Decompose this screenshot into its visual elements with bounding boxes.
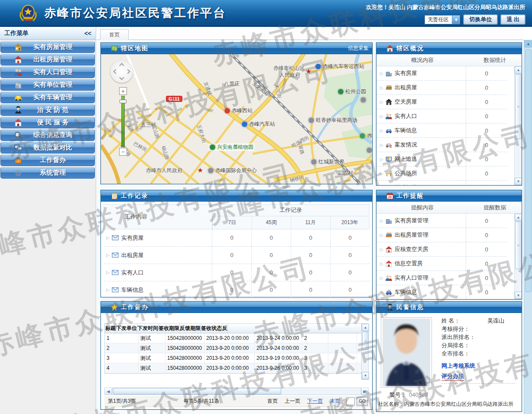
region-select[interactable]: 无责任区 ▼	[425, 15, 460, 24]
map-label[interactable]: 工农村	[337, 170, 353, 177]
record-row[interactable]: 车辆信息 0 0 0 0	[104, 281, 370, 299]
map-label[interactable]: 赤峰市松山区	[273, 65, 305, 72]
pan-up-icon[interactable]	[119, 63, 124, 68]
expand-arrow-icon[interactable]	[380, 261, 383, 266]
map-label[interactable]: 赤峰国际会展中心	[208, 167, 257, 174]
map-label[interactable]: 旺香婷幸福里商场	[308, 117, 357, 124]
expand-arrow-icon[interactable]	[380, 247, 383, 252]
map-label[interactable]: 人民政府	[279, 72, 300, 79]
overview-row[interactable]: 公共场所 0	[376, 166, 507, 181]
sidebar-menu-item[interactable]: 综合信息查询	[0, 129, 95, 141]
map-label[interactable]: 赤峰	[359, 132, 372, 140]
overview-row[interactable]: 空关房屋 0	[376, 95, 507, 109]
scrollbar-thumb[interactable]	[362, 332, 369, 350]
remind-row[interactable]: 实有人口管理 0	[376, 271, 507, 285]
expand-arrow-icon[interactable]	[106, 235, 110, 240]
scroll-up-icon[interactable]: ▲	[362, 324, 369, 331]
scrollbar-thumb[interactable]	[525, 49, 532, 292]
chevron-down-icon[interactable]: ▼	[452, 16, 460, 24]
map-label[interactable]: 红城新世界	[311, 158, 344, 166]
supervise-h-scrollbar[interactable]: ◀ ▶	[104, 388, 369, 395]
sidebar-collapse-button[interactable]: <<	[84, 30, 91, 37]
go-button[interactable]: GO	[357, 397, 368, 406]
sidebar-menu-item[interactable]: 实有房屋管理	[0, 41, 95, 53]
last-page-link[interactable]: 末页	[330, 398, 340, 405]
switch-unit-button[interactable]: 切换单位	[464, 15, 497, 24]
sidebar-menu-item[interactable]: 实有单位管理	[0, 79, 95, 91]
sidebar-menu-item[interactable]: 出租房屋管理	[0, 54, 95, 65]
scroll-up-icon[interactable]: ▲	[515, 66, 522, 74]
page-scrollbar[interactable]: ▲	[524, 40, 532, 414]
scroll-down-icon[interactable]: ▼	[515, 178, 522, 185]
expand-arrow-icon[interactable]	[380, 114, 383, 119]
scoring-method-link[interactable]: 评分办法	[441, 372, 464, 381]
scroll-left-icon[interactable]: ◀	[105, 388, 112, 394]
sidebar-menu-item[interactable]: 实有车辆管理	[0, 91, 95, 103]
table-row[interactable]: 2 测试 150428000000 2013-9-20 0:00:00 2013…	[105, 343, 364, 353]
remind-row[interactable]: 信息空置房 0	[376, 257, 507, 271]
sidebar-menu-item[interactable]: 便 民 服 务	[0, 117, 95, 128]
map-label[interactable]: 兴安南麓植物园	[208, 143, 254, 151]
table-row[interactable]: 4 测试 150428000000 2013-9-20 0:00:00 2013…	[105, 363, 364, 373]
zoom-out-button[interactable]: −	[119, 148, 127, 156]
pan-left-icon[interactable]	[113, 69, 118, 74]
logout-button[interactable]: 退 出	[501, 15, 525, 24]
map-label[interactable]	[366, 147, 372, 153]
record-row[interactable]: 实有房屋 0 0 0 0	[104, 229, 370, 247]
expand-arrow-icon[interactable]	[380, 233, 383, 238]
map-label[interactable]: ★	[305, 67, 311, 75]
expand-arrow-icon[interactable]	[380, 171, 383, 176]
tab-home[interactable]: 首页	[100, 29, 129, 40]
sidebar-menu-item[interactable]: 治 安 防 范	[0, 104, 95, 116]
sidebar-menu-item[interactable]: 实有人口管理	[0, 66, 95, 78]
expand-arrow-icon[interactable]	[380, 85, 383, 90]
zoom-slider-track[interactable]	[121, 96, 125, 147]
map-label[interactable]: ★	[197, 166, 203, 174]
overview-row[interactable]: 实有房屋 0	[376, 66, 507, 81]
map-label[interactable]	[360, 97, 368, 103]
expand-arrow-icon[interactable]	[106, 270, 110, 275]
first-page-link[interactable]: 首页	[267, 398, 278, 405]
expand-arrow-icon[interactable]	[106, 287, 110, 292]
map-label[interactable]: 八里庄	[224, 80, 240, 88]
expand-arrow-icon[interactable]	[380, 143, 383, 147]
overview-row[interactable]: 案发情况 0	[376, 138, 507, 152]
info-collect-link[interactable]: 信息采集	[348, 45, 369, 52]
expand-arrow-icon[interactable]	[380, 128, 383, 133]
online-assessment-link[interactable]: 网上考核系统	[441, 362, 475, 370]
overview-row[interactable]: 特种行业 0	[376, 181, 507, 185]
sidebar-menu-item[interactable]: 工作督办	[0, 154, 95, 166]
remind-scrollbar[interactable]: ▲ ▼	[514, 214, 522, 299]
map-label[interactable]: 赤峰汽车站	[241, 121, 275, 128]
map-label[interactable]: 赤峰市人民政府	[146, 167, 182, 174]
zoom-in-button[interactable]: +	[119, 87, 127, 95]
map-label[interactable]: 赤峰汽车客运西站	[315, 63, 364, 70]
map-pan-control[interactable]	[110, 60, 133, 83]
expand-arrow-icon[interactable]	[380, 71, 383, 76]
pan-right-icon[interactable]	[125, 69, 130, 74]
page-number-input[interactable]	[346, 398, 355, 405]
overview-row[interactable]: 实有人口 0	[376, 109, 507, 124]
expand-arrow-icon[interactable]	[380, 276, 383, 280]
scroll-up-icon[interactable]: ▲	[515, 214, 522, 221]
expand-arrow-icon[interactable]	[380, 218, 383, 223]
remind-row[interactable]: 实有房屋管理 0	[376, 214, 507, 228]
sidebar-menu-item[interactable]: 系统管理	[0, 167, 95, 179]
expand-arrow-icon[interactable]	[106, 253, 110, 258]
table-row[interactable]: 3 测试 150428000000 2013-9-20 0:00:00 2013…	[105, 353, 364, 363]
next-page-link[interactable]: 下一页	[307, 398, 323, 405]
map-label[interactable]: 赤峰西站	[224, 107, 253, 114]
remind-row[interactable]: 出租房屋管理 0	[376, 228, 507, 242]
expand-arrow-icon[interactable]	[380, 157, 383, 162]
sidebar-menu-item[interactable]: 数据批量对比	[0, 142, 95, 153]
expand-arrow-icon[interactable]	[380, 290, 383, 295]
map-canvas[interactable]: 五三镇 八里庄 赤峰市松山区 人民政府 ★ 赤峰汽车客运西站 松州公园 G111…	[101, 54, 372, 184]
scroll-up-icon[interactable]: ▲	[524, 40, 532, 48]
scroll-down-icon[interactable]: ▼	[515, 292, 522, 299]
scrollbar-thumb[interactable]	[113, 388, 281, 394]
remind-row[interactable]: 车辆信息 0	[376, 285, 507, 299]
overview-scrollbar[interactable]: ▲ ▼	[514, 66, 522, 185]
scrollbar-thumb[interactable]	[515, 74, 522, 139]
record-row[interactable]: 实有人口 0 0 0 0	[104, 264, 370, 281]
scrollbar-thumb[interactable]	[515, 222, 522, 269]
